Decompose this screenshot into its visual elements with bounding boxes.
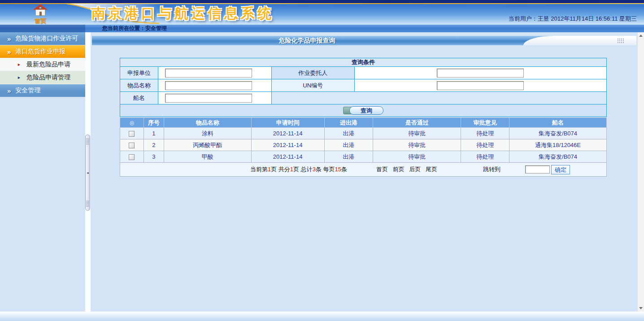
menu-arrow-icon: » bbox=[7, 48, 11, 55]
column-header-opinion: 审批意见 bbox=[461, 118, 509, 128]
app-header: 首页 南京港口与航运信息系统 当前用户：王昱 2012年11月14日 16:56… bbox=[0, 0, 644, 24]
row-checkbox[interactable] bbox=[129, 131, 135, 137]
pg-page-size: 15 bbox=[335, 166, 341, 173]
system-title: 南京港口与航运信息系统 bbox=[91, 4, 274, 23]
table-row: 2 丙烯酸甲酯 2012-11-14 出港 待审批 待处理 通海集18/1204… bbox=[120, 139, 607, 151]
cell-ship-link[interactable]: 通海集18/12046E bbox=[509, 139, 607, 151]
column-header-date: 申请时间 bbox=[251, 118, 324, 128]
cell-opinion: 待处理 bbox=[461, 139, 509, 151]
panel-drag-handle-icon[interactable] bbox=[617, 38, 625, 43]
query-form: 查询条件 申报单位 作业委托人 物品名称 UN编号 bbox=[120, 58, 607, 117]
panel-title-tab bbox=[523, 36, 636, 45]
sidebar: » 危险货物港口作业许可 » 港口危货作业申报 ► 最新危险品申请 ► 危险品申… bbox=[0, 32, 85, 312]
search-button[interactable]: 查询 bbox=[349, 106, 383, 115]
cell-seq: 2 bbox=[144, 139, 164, 151]
cell-date: 2012-11-14 bbox=[251, 151, 324, 163]
query-conditions-header: 查询条件 bbox=[120, 58, 607, 67]
sidebar-item-dangerous-application-management[interactable]: ► 危险品申请管理 bbox=[0, 71, 85, 84]
home-icon[interactable] bbox=[33, 4, 48, 17]
table-row: 3 甲酸 2012-11-14 出港 待审批 待处理 集海奋发/B074 bbox=[120, 151, 607, 163]
item-name-cell bbox=[158, 79, 271, 92]
vertical-scrollbar[interactable] bbox=[637, 32, 644, 312]
jump-to-label: 跳转到 bbox=[483, 165, 500, 174]
confirm-button[interactable]: 确定 bbox=[551, 165, 570, 174]
scroll-up-button[interactable] bbox=[638, 32, 644, 39]
panel-splitter-handle[interactable]: ◄ bbox=[85, 134, 90, 211]
cell-direction: 出港 bbox=[324, 128, 373, 139]
row-checkbox[interactable] bbox=[129, 154, 135, 160]
cell-seq: 3 bbox=[144, 151, 164, 163]
main-panel: 危险化学品申报查询 查询条件 申报单位 作业委托人 物品名称 bbox=[91, 32, 637, 312]
cell-opinion: 待处理 bbox=[461, 151, 509, 163]
sidebar-item-safety-management[interactable]: » 安全管理 bbox=[0, 84, 85, 97]
cell-ship-link[interactable]: 集海奋发/B074 bbox=[509, 128, 607, 139]
home-button[interactable]: 首页 bbox=[25, 4, 56, 24]
page-title: 危险化学品申报查询 bbox=[92, 36, 522, 45]
ship-name-input[interactable] bbox=[165, 94, 252, 103]
splitter-grip-icon bbox=[86, 138, 89, 145]
form-filler-cell bbox=[271, 92, 606, 104]
sidebar-item-label: 安全管理 bbox=[15, 87, 40, 95]
search-button-row: 查询 bbox=[120, 104, 607, 117]
menu-arrow-icon: » bbox=[7, 35, 11, 42]
cell-direction: 出港 bbox=[324, 151, 373, 163]
ship-name-label: 船名 bbox=[120, 92, 158, 104]
column-header-item: 物品名称 bbox=[164, 118, 251, 128]
collapse-left-icon[interactable]: ◄ bbox=[86, 171, 89, 174]
sidebar-item-dangerous-goods-permit[interactable]: » 危险货物港口作业许可 bbox=[0, 32, 85, 45]
cell-opinion: 待处理 bbox=[461, 128, 509, 139]
ship-name-cell bbox=[158, 92, 271, 104]
cell-approved: 待审批 bbox=[373, 128, 461, 139]
declare-unit-input[interactable] bbox=[165, 69, 252, 78]
pg-text: 页 共分 bbox=[271, 166, 290, 173]
nav-next-page[interactable]: 后页 bbox=[409, 166, 421, 173]
cell-ship-link[interactable]: 集海奋发/B074 bbox=[509, 151, 607, 163]
column-header-ship: 船名 bbox=[509, 118, 607, 128]
cell-item-name: 丙烯酸甲酯 bbox=[164, 139, 251, 151]
results-table: ◎ 序号 物品名称 申请时间 进出港 是否通过 审批意见 船名 1 涂料 201… bbox=[120, 117, 607, 177]
scroll-down-button[interactable] bbox=[638, 305, 644, 312]
home-label[interactable]: 首页 bbox=[25, 17, 56, 24]
un-code-input[interactable] bbox=[437, 81, 524, 90]
scroll-down-icon bbox=[639, 307, 643, 309]
panel-title-bar: 危险化学品申报查询 bbox=[92, 36, 636, 45]
nav-first-page[interactable]: 首页 bbox=[376, 166, 388, 173]
cell-date: 2012-11-14 bbox=[251, 139, 324, 151]
footer bbox=[0, 312, 644, 321]
breadcrumb: 您当前所在位置：安全管理 bbox=[102, 25, 167, 32]
nav-last-page[interactable]: 尾页 bbox=[426, 166, 437, 173]
app-window: 首页 南京港口与航运信息系统 当前用户：王昱 2012年11月14日 16:56… bbox=[0, 0, 644, 321]
table-row: 1 涂料 2012-11-14 出港 待审批 待处理 集海奋发/B074 bbox=[120, 128, 607, 139]
item-name-label: 物品名称 bbox=[120, 79, 158, 92]
pagination-row: 当前第1页 共分1页 总计3条 每页15条 首页 前页 后页 尾页 跳转到 确定 bbox=[120, 163, 607, 177]
sidebar-item-port-cargo-declaration[interactable]: » 港口危货作业申报 bbox=[0, 45, 85, 58]
client-cell bbox=[354, 67, 606, 79]
cell-select bbox=[120, 139, 144, 151]
menu-arrow-icon: » bbox=[7, 87, 11, 94]
select-all-icon[interactable]: ◎ bbox=[130, 120, 134, 126]
top-navy-bar bbox=[0, 0, 644, 3]
sidebar-item-label: 危险货物港口作业许可 bbox=[15, 35, 78, 43]
pg-text: 条 bbox=[341, 166, 347, 173]
column-header-approved: 是否通过 bbox=[373, 118, 461, 128]
cell-approved: 待审批 bbox=[373, 139, 461, 151]
select-all-header[interactable]: ◎ bbox=[120, 118, 144, 128]
item-name-input[interactable] bbox=[165, 81, 252, 90]
submenu-arrow-icon: ► bbox=[17, 76, 21, 80]
sidebar-item-label: 危险品申请管理 bbox=[26, 74, 70, 82]
sidebar-item-label: 最新危险品申请 bbox=[26, 61, 70, 69]
pg-text: 条 每页 bbox=[316, 166, 335, 173]
sidebar-item-latest-dangerous-application[interactable]: ► 最新危险品申请 bbox=[0, 58, 85, 71]
client-label: 作业委托人 bbox=[271, 67, 354, 79]
submenu-arrow-icon: ► bbox=[17, 63, 21, 67]
cell-select bbox=[120, 128, 144, 139]
cell-approved: 待审批 bbox=[373, 151, 461, 163]
cell-select bbox=[120, 151, 144, 163]
scroll-up-icon bbox=[639, 35, 643, 37]
row-checkbox[interactable] bbox=[129, 143, 135, 148]
un-code-label: UN编号 bbox=[271, 79, 354, 92]
nav-prev-page[interactable]: 前页 bbox=[393, 166, 405, 173]
client-input[interactable] bbox=[437, 69, 524, 78]
declare-unit-label: 申报单位 bbox=[120, 67, 158, 79]
jump-page-input[interactable] bbox=[525, 165, 550, 174]
